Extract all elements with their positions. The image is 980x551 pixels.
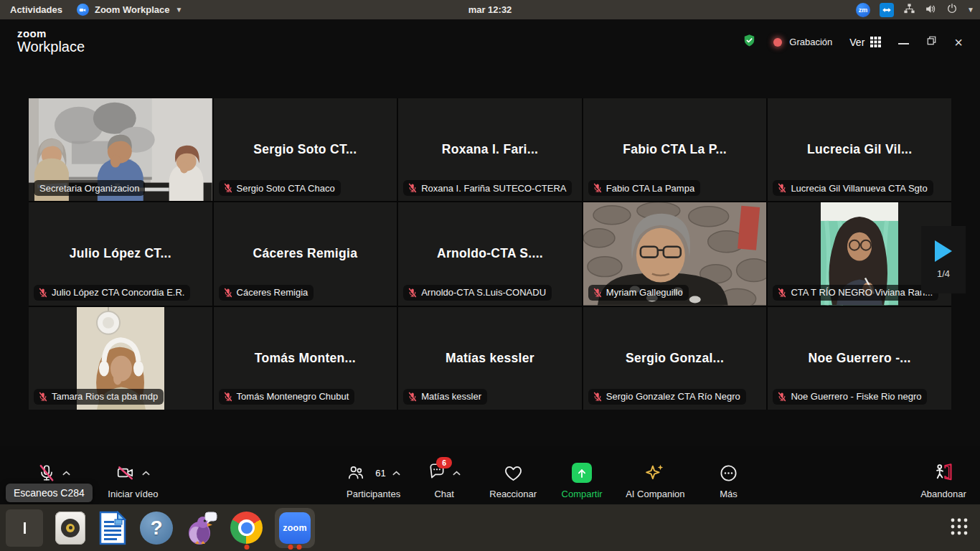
leave-door-icon — [933, 463, 954, 483]
participant-label: Noe Guerrero - Fiske Rio negro — [773, 389, 927, 405]
participant-tile[interactable]: Fabio CTA La P... Fabio CTA La Pampa — [583, 98, 767, 201]
dock-zoom-app[interactable]: zoom — [275, 504, 315, 551]
running-indicator-dot — [244, 545, 249, 550]
participant-label: Myriam Galleguillo — [588, 285, 689, 301]
participant-tile-myriam[interactable]: Myriam Galleguillo — [583, 202, 767, 305]
participants-icon — [347, 463, 365, 482]
recording-label: Grabación — [789, 37, 832, 47]
participant-label: Cáceres Remigia — [219, 285, 314, 301]
share-screen-label: Compartir — [562, 489, 603, 499]
dock-audio-app[interactable] — [55, 504, 85, 551]
apps-grid-icon — [950, 517, 969, 536]
teamviewer-tray-icon[interactable] — [880, 3, 894, 17]
ai-sparkle-icon — [644, 462, 666, 484]
app-menu[interactable]: Zoom Workplace ▼ — [77, 4, 182, 16]
ai-companion-label: AI Companion — [626, 489, 684, 499]
dock-pidgin-app[interactable] — [185, 504, 218, 551]
participants-count: 61 — [375, 468, 385, 479]
meeting-toolbar: Reactivar audio Iniciar vídeo Escaneos C… — [0, 446, 980, 504]
gallery-grid-icon — [870, 37, 881, 47]
participants-gallery: Secretaria Organizacion Sergio Soto CT..… — [29, 98, 951, 410]
participants-button[interactable]: 61 Participantes — [347, 461, 400, 499]
more-ellipsis-icon — [719, 463, 738, 483]
clock[interactable]: mar 12:32 — [468, 4, 512, 15]
participant-tile[interactable]: Sergio Soto CT... Sergio Soto CTA Chaco — [214, 98, 397, 201]
running-indicator-dot — [297, 545, 302, 550]
mic-muted-icon — [407, 288, 418, 298]
camera-off-icon — [116, 463, 136, 482]
next-page-arrow-icon[interactable] — [935, 240, 952, 262]
speaker-icon — [55, 512, 85, 545]
participant-tile[interactable]: Matías kessler Matías kessler — [398, 307, 582, 410]
network-icon[interactable] — [903, 3, 915, 17]
zoom-meeting-window: zoom Workplace Grabación Ver × — [0, 19, 980, 504]
mic-muted-icon — [593, 183, 603, 193]
participant-tile-tamara[interactable]: Tamara Rios cta pba mdp — [29, 307, 212, 410]
participant-label: Tamara Rios cta pba mdp — [34, 389, 164, 405]
participant-tile[interactable]: Noe Guerrero -... Noe Guerrero - Fiske R… — [768, 307, 951, 410]
participant-tile-secretaria[interactable]: Secretaria Organizacion — [29, 98, 212, 201]
participants-caret-icon[interactable] — [392, 471, 400, 476]
page-indicator: 1/4 — [937, 268, 950, 279]
participant-tile[interactable]: Tomás Monten... Tomás Montenegro Chubut — [214, 307, 397, 410]
share-screen-button[interactable]: Compartir — [557, 461, 607, 499]
show-applications-button[interactable] — [950, 517, 969, 539]
activities-button[interactable]: Actividades — [10, 4, 62, 15]
minimize-button[interactable] — [898, 43, 909, 44]
leave-meeting-button[interactable]: Abandonar — [918, 461, 969, 499]
participant-tile[interactable]: Lucrecia Gil Vil... Lucrecia Gil Villanu… — [768, 98, 951, 201]
zoom-tray-icon[interactable]: zm — [856, 3, 870, 17]
dock-writer-app[interactable] — [98, 504, 128, 551]
participant-tile[interactable]: Julio López CT... Julio López CTA Concor… — [29, 202, 212, 305]
participant-tile[interactable]: Arnoldo-CTA S.... Arnoldo-CTA S.Luis-CON… — [398, 202, 582, 305]
participant-label: Fabio CTA La Pampa — [588, 180, 700, 196]
participant-tile[interactable]: Cáceres Remigia Cáceres Remigia — [214, 202, 397, 305]
participant-label: Tomás Montenegro Chubut — [219, 389, 355, 405]
chrome-icon — [230, 512, 263, 544]
running-indicator-dot — [288, 545, 293, 550]
power-icon[interactable] — [946, 3, 958, 17]
mic-muted-icon — [777, 288, 787, 298]
restore-button[interactable] — [926, 35, 937, 49]
leave-meeting-label: Abandonar — [920, 489, 966, 499]
mic-muted-icon — [38, 392, 48, 402]
chat-button[interactable]: 6 Chat — [419, 461, 469, 499]
chat-unread-badge: 6 — [436, 457, 452, 468]
app-menu-label: Zoom Workplace — [95, 4, 170, 15]
mic-muted-icon — [37, 463, 56, 482]
participant-tile[interactable]: Sergio Gonzal... Sergio Gonzalez CTA Río… — [583, 307, 767, 410]
security-shield-icon[interactable] — [743, 34, 756, 50]
dock-chrome-app[interactable] — [230, 504, 263, 551]
more-button[interactable]: Más — [704, 461, 754, 499]
pigeon-icon — [185, 511, 218, 545]
mic-options-caret-icon[interactable] — [62, 471, 70, 476]
react-button[interactable]: Reaccionar — [488, 461, 538, 499]
app-menu-caret-icon: ▼ — [176, 6, 183, 14]
recording-indicator[interactable]: Grabación — [773, 37, 832, 47]
system-menu-caret-icon[interactable]: ▼ — [967, 6, 974, 14]
participant-label: Arnoldo-CTA S.Luis-CONADU — [403, 285, 552, 301]
system-top-bar: Actividades Zoom Workplace ▼ mar 12:32 z… — [0, 0, 980, 19]
close-button[interactable]: × — [954, 35, 963, 50]
view-button[interactable]: Ver — [849, 37, 881, 48]
recording-dot-icon — [773, 38, 782, 47]
heart-icon — [504, 463, 523, 483]
mic-device-tooltip: Escaneos C284 — [6, 484, 93, 502]
video-options-caret-icon[interactable] — [142, 471, 150, 476]
more-label: Más — [720, 489, 738, 499]
ai-companion-button[interactable]: AI Companion — [626, 461, 684, 499]
participant-tile[interactable]: Roxana I. Fari... Roxana I. Fariña SUTEC… — [398, 98, 582, 201]
dock-help-app[interactable]: ? — [140, 504, 173, 551]
start-video-button[interactable]: Iniciar vídeo — [108, 461, 158, 499]
mic-muted-icon — [777, 183, 787, 193]
participant-label: Julio López CTA Concordia E.R. — [34, 285, 190, 301]
gallery-next-page[interactable]: 1/4 — [921, 226, 966, 293]
document-icon — [98, 511, 128, 545]
dock-window-tile[interactable] — [6, 504, 43, 551]
chat-caret-icon[interactable] — [453, 471, 461, 476]
volume-icon[interactable] — [925, 3, 937, 17]
participant-label: Roxana I. Fariña SUTECO-CTERA — [403, 180, 572, 196]
mic-muted-icon — [593, 288, 603, 298]
mic-muted-icon — [407, 183, 418, 193]
react-label: Reaccionar — [489, 489, 537, 499]
